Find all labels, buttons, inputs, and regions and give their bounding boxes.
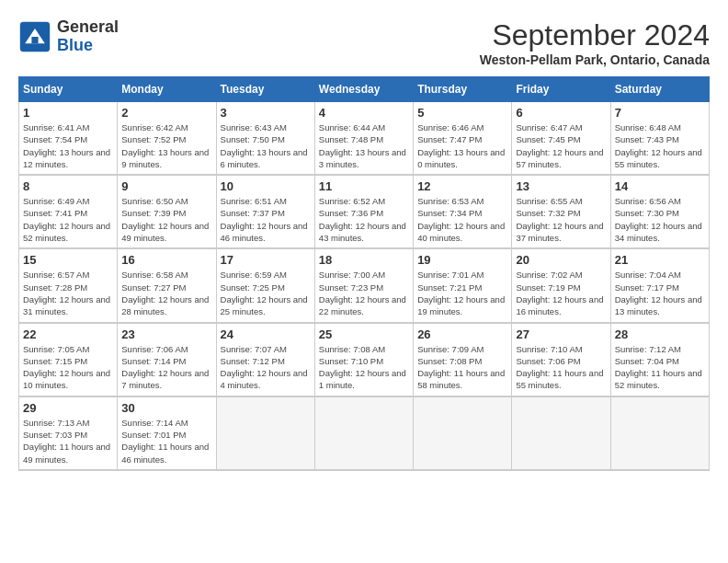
day-number: 16 [121,253,211,267]
day-number: 27 [516,327,606,341]
weekday-header-tuesday: Tuesday [216,77,314,102]
day-detail: Sunrise: 7:13 AMSunset: 7:03 PMDaylight:… [23,417,113,465]
day-number: 25 [319,327,409,341]
day-cell-21: 21Sunrise: 7:04 AMSunset: 7:17 PMDayligh… [610,248,709,322]
logo-general: General [57,17,119,36]
day-cell-22: 22Sunrise: 7:05 AMSunset: 7:15 PMDayligh… [19,323,118,396]
weekday-header-saturday: Saturday [610,77,709,102]
day-detail: Sunrise: 6:56 AMSunset: 7:30 PMDaylight:… [615,195,705,244]
empty-cell [216,396,314,470]
day-detail: Sunrise: 6:59 AMSunset: 7:25 PMDaylight:… [221,269,311,317]
day-number: 6 [516,106,606,120]
title-block: September 2024 Weston-Pellam Park, Ontar… [480,18,710,67]
day-number: 24 [221,327,311,341]
day-cell-15: 15Sunrise: 6:57 AMSunset: 7:28 PMDayligh… [19,248,118,322]
week-row-1: 1Sunrise: 6:41 AMSunset: 7:54 PMDaylight… [19,102,710,176]
day-cell-5: 5Sunrise: 6:46 AMSunset: 7:47 PMDaylight… [414,102,512,176]
day-number: 4 [319,106,409,120]
weekday-header-row: SundayMondayTuesdayWednesdayThursdayFrid… [19,77,710,102]
day-number: 22 [23,327,113,341]
day-detail: Sunrise: 6:53 AMSunset: 7:34 PMDaylight:… [417,195,507,244]
day-detail: Sunrise: 6:44 AMSunset: 7:48 PMDaylight:… [319,121,409,170]
logo-text: General Blue [57,18,119,55]
day-detail: Sunrise: 7:04 AMSunset: 7:17 PMDaylight:… [615,269,705,317]
day-detail: Sunrise: 7:00 AMSunset: 7:23 PMDaylight:… [319,269,409,317]
day-detail: Sunrise: 7:10 AMSunset: 7:06 PMDaylight:… [516,343,606,392]
weekday-header-sunday: Sunday [19,77,118,102]
day-cell-6: 6Sunrise: 6:47 AMSunset: 7:45 PMDaylight… [512,102,610,176]
day-detail: Sunrise: 7:12 AMSunset: 7:04 PMDaylight:… [615,343,705,392]
day-detail: Sunrise: 6:57 AMSunset: 7:28 PMDaylight:… [23,269,113,317]
day-cell-3: 3Sunrise: 6:43 AMSunset: 7:50 PMDaylight… [216,102,314,176]
day-number: 30 [121,401,211,415]
day-number: 1 [23,106,113,120]
logo-icon [18,20,51,53]
day-detail: Sunrise: 7:01 AMSunset: 7:21 PMDaylight:… [417,269,507,317]
day-detail: Sunrise: 6:41 AMSunset: 7:54 PMDaylight:… [23,121,113,170]
day-number: 5 [417,106,507,120]
day-detail: Sunrise: 6:48 AMSunset: 7:43 PMDaylight:… [615,121,705,170]
day-cell-16: 16Sunrise: 6:58 AMSunset: 7:27 PMDayligh… [118,248,216,322]
week-row-3: 15Sunrise: 6:57 AMSunset: 7:28 PMDayligh… [19,248,710,322]
day-cell-10: 10Sunrise: 6:51 AMSunset: 7:37 PMDayligh… [216,175,314,248]
day-number: 23 [121,327,211,341]
weekday-header-friday: Friday [512,77,610,102]
weekday-header-monday: Monday [118,77,216,102]
day-detail: Sunrise: 6:55 AMSunset: 7:32 PMDaylight:… [516,195,606,244]
day-number: 10 [221,179,311,193]
day-number: 29 [23,401,113,415]
day-detail: Sunrise: 7:06 AMSunset: 7:14 PMDaylight:… [121,343,211,392]
month-title: September 2024 [480,18,710,52]
day-detail: Sunrise: 6:50 AMSunset: 7:39 PMDaylight:… [121,195,211,244]
day-cell-28: 28Sunrise: 7:12 AMSunset: 7:04 PMDayligh… [610,323,709,396]
day-number: 28 [615,327,705,341]
day-number: 13 [516,179,606,193]
day-cell-23: 23Sunrise: 7:06 AMSunset: 7:14 PMDayligh… [118,323,216,396]
day-number: 15 [23,253,113,267]
day-cell-20: 20Sunrise: 7:02 AMSunset: 7:19 PMDayligh… [512,248,610,322]
day-number: 8 [23,179,113,193]
day-cell-7: 7Sunrise: 6:48 AMSunset: 7:43 PMDaylight… [610,102,709,176]
weekday-header-wednesday: Wednesday [314,77,413,102]
page-header: General Blue September 2024 Weston-Pella… [18,18,710,67]
day-detail: Sunrise: 6:49 AMSunset: 7:41 PMDaylight:… [23,195,113,244]
day-cell-13: 13Sunrise: 6:55 AMSunset: 7:32 PMDayligh… [512,175,610,248]
day-cell-26: 26Sunrise: 7:09 AMSunset: 7:08 PMDayligh… [414,323,512,396]
day-detail: Sunrise: 7:14 AMSunset: 7:01 PMDaylight:… [121,417,211,465]
day-cell-8: 8Sunrise: 6:49 AMSunset: 7:41 PMDaylight… [19,175,118,248]
day-number: 2 [121,106,211,120]
day-detail: Sunrise: 6:43 AMSunset: 7:50 PMDaylight:… [221,121,311,170]
week-row-5: 29Sunrise: 7:13 AMSunset: 7:03 PMDayligh… [19,396,710,470]
week-row-2: 8Sunrise: 6:49 AMSunset: 7:41 PMDaylight… [19,175,710,248]
svg-rect-2 [31,37,38,43]
day-number: 9 [121,179,211,193]
day-number: 26 [417,327,507,341]
empty-cell [314,396,413,470]
empty-cell [512,396,610,470]
day-number: 7 [615,106,705,120]
day-cell-4: 4Sunrise: 6:44 AMSunset: 7:48 PMDaylight… [314,102,413,176]
day-detail: Sunrise: 6:58 AMSunset: 7:27 PMDaylight:… [121,269,211,317]
day-cell-25: 25Sunrise: 7:08 AMSunset: 7:10 PMDayligh… [314,323,413,396]
day-number: 20 [516,253,606,267]
day-detail: Sunrise: 7:09 AMSunset: 7:08 PMDaylight:… [417,343,507,392]
day-cell-19: 19Sunrise: 7:01 AMSunset: 7:21 PMDayligh… [414,248,512,322]
day-cell-24: 24Sunrise: 7:07 AMSunset: 7:12 PMDayligh… [216,323,314,396]
day-cell-29: 29Sunrise: 7:13 AMSunset: 7:03 PMDayligh… [19,396,118,470]
day-detail: Sunrise: 7:07 AMSunset: 7:12 PMDaylight:… [221,343,311,392]
logo-blue: Blue [57,36,93,54]
day-number: 14 [615,179,705,193]
day-detail: Sunrise: 6:52 AMSunset: 7:36 PMDaylight:… [319,195,409,244]
day-cell-2: 2Sunrise: 6:42 AMSunset: 7:52 PMDaylight… [118,102,216,176]
day-cell-9: 9Sunrise: 6:50 AMSunset: 7:39 PMDaylight… [118,175,216,248]
day-number: 17 [221,253,311,267]
day-cell-27: 27Sunrise: 7:10 AMSunset: 7:06 PMDayligh… [512,323,610,396]
weekday-header-thursday: Thursday [414,77,512,102]
day-number: 12 [417,179,507,193]
day-number: 21 [615,253,705,267]
day-cell-30: 30Sunrise: 7:14 AMSunset: 7:01 PMDayligh… [118,396,216,470]
day-detail: Sunrise: 6:42 AMSunset: 7:52 PMDaylight:… [121,121,211,170]
empty-cell [610,396,709,470]
day-detail: Sunrise: 7:08 AMSunset: 7:10 PMDaylight:… [319,343,409,392]
day-detail: Sunrise: 7:02 AMSunset: 7:19 PMDaylight:… [516,269,606,317]
